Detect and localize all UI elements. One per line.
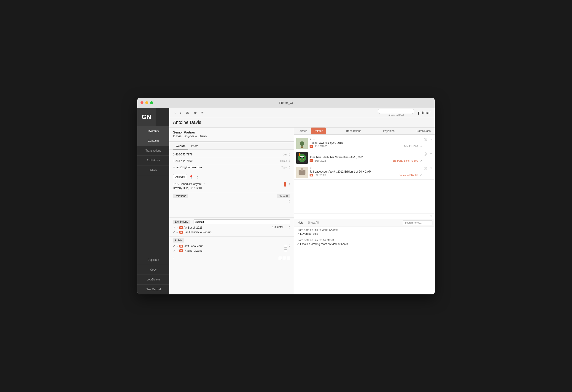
minimize-button[interactable] bbox=[145, 101, 148, 104]
list-icon-button[interactable]: ≡ bbox=[200, 110, 205, 116]
star-icon-button[interactable]: ★ bbox=[192, 110, 198, 116]
sidebar-item-copy[interactable]: Copy bbox=[137, 265, 169, 275]
add-tag-select[interactable]: Add tag bbox=[193, 219, 290, 224]
expand-all-icon[interactable]: ▼ bbox=[430, 215, 432, 218]
info-icon[interactable]: ⓘ bbox=[424, 138, 427, 142]
tab-owned[interactable]: Owned bbox=[296, 128, 310, 135]
notes-list: From note on link to work: Sandia ↗ Love… bbox=[294, 226, 435, 294]
artwork-list: ↗ → Rachel Owens Pops , 2015 N bbox=[294, 135, 435, 214]
tab-notes-docs[interactable]: Notes/Docs bbox=[414, 128, 433, 135]
relations-show-all-button[interactable]: Show All bbox=[277, 194, 290, 198]
sidebar-item-duplicate[interactable]: Duplicate bbox=[137, 255, 169, 265]
notes-tab-note[interactable]: Note bbox=[296, 221, 305, 225]
bottom-checkbox-3[interactable] bbox=[287, 257, 290, 260]
sidebar-item-contacts[interactable]: Contacts bbox=[137, 136, 169, 146]
info-icon[interactable]: ⓘ bbox=[424, 152, 427, 156]
sidebar-item-inventory[interactable]: Inventory bbox=[137, 126, 169, 136]
external-link-icon[interactable]: ↗ bbox=[173, 226, 175, 229]
artwork-date-1: 5/18/2022 bbox=[315, 159, 326, 162]
tab-related[interactable]: Related bbox=[311, 128, 326, 135]
tab-website[interactable]: Website bbox=[173, 143, 188, 150]
sidebar-item-log-delete[interactable]: Log/Delete bbox=[137, 275, 169, 285]
relations-scroll: ▲ ▼ bbox=[288, 199, 290, 215]
collapse-icon[interactable]: ▼ bbox=[430, 167, 432, 170]
expand-icon[interactable]: ↗ bbox=[420, 145, 422, 148]
external-link-icon[interactable]: ↗ bbox=[173, 231, 175, 234]
sidebar-item-new-record[interactable]: New Record bbox=[137, 285, 169, 294]
artwork-date-0: 11/28/2023 bbox=[315, 145, 327, 148]
back-button[interactable]: ‹ bbox=[173, 110, 177, 116]
scroll-down-icon[interactable]: ▼ bbox=[288, 202, 290, 203]
color-indicator bbox=[284, 182, 286, 186]
artwork-thumb-1 bbox=[296, 152, 308, 164]
record-name-bar: Antoine Davis bbox=[169, 118, 435, 128]
fullscreen-button[interactable] bbox=[150, 101, 153, 104]
address-button[interactable]: Address bbox=[173, 174, 187, 179]
scroll-down-icon[interactable]: ▼ bbox=[288, 184, 290, 186]
record-name: Antoine Davis bbox=[173, 120, 431, 125]
forward-button[interactable]: › bbox=[179, 110, 183, 116]
bottom-checkbox-1[interactable] bbox=[279, 257, 282, 260]
scroll-up-icon[interactable]: ▲ bbox=[288, 199, 290, 201]
scroll-up-icon[interactable]: ▲ bbox=[288, 225, 290, 227]
artwork-external-link-icon[interactable]: ↗ bbox=[310, 152, 312, 155]
scroll-up-icon[interactable]: ▲ bbox=[288, 166, 290, 167]
notes-tab-show-all[interactable]: Show All bbox=[307, 221, 320, 225]
sidebar-item-exhibitions[interactable]: Exhibitions bbox=[137, 156, 169, 166]
artwork-info-2: ↗ → Jeff Ladouceur Pluck , 2012 Edition … bbox=[310, 167, 422, 177]
notes-search-input[interactable] bbox=[403, 220, 432, 225]
sidebar-item-artists[interactable]: Artists bbox=[137, 166, 169, 175]
sidebar-item-transactions[interactable]: Transactions bbox=[137, 146, 169, 156]
traffic-lights bbox=[141, 101, 153, 104]
tab-photo[interactable]: Photo bbox=[188, 143, 201, 150]
expand-icon[interactable]: ↗ bbox=[420, 159, 422, 162]
scroll-up-icon[interactable]: ▲ bbox=[288, 182, 290, 184]
scroll-up-icon[interactable]: ▲ bbox=[288, 153, 290, 154]
scroll-up-icon[interactable]: ▲ bbox=[197, 175, 199, 177]
collapse-icon[interactable]: ▼ bbox=[430, 138, 432, 141]
tab-payables[interactable]: Payables bbox=[381, 128, 397, 135]
exhibition-row-0: ↗ → N Art Basel, 2023 bbox=[173, 225, 269, 230]
scroll-down-main[interactable]: ▼ bbox=[173, 257, 175, 259]
artist-name-label: Rachel Owens bbox=[310, 141, 328, 144]
bottom-checkbox-2[interactable] bbox=[283, 257, 286, 260]
sale-badge-1: 3rd Party Sale RS-500 bbox=[393, 159, 418, 162]
sidebar: GN Inventory Contacts Transactions Exhib… bbox=[137, 108, 169, 294]
contact-title: Senior Partner bbox=[173, 130, 290, 134]
artist-checkbox-0[interactable] bbox=[284, 245, 287, 248]
collapse-icon[interactable]: ▼ bbox=[430, 152, 432, 155]
scroll-down-icon[interactable]: ▼ bbox=[288, 227, 290, 229]
artwork-subtitle-0: N 11/28/2023 Sale IN-1009 ↗ bbox=[310, 145, 422, 148]
artwork-thumb-0 bbox=[296, 138, 308, 149]
external-link-icon[interactable]: ↗ bbox=[173, 245, 175, 248]
work-year-label: , 2012 Edition 1 of 50 + 2 AP bbox=[336, 170, 371, 173]
expand-icon[interactable]: ↗ bbox=[420, 174, 422, 177]
artist-name-label: Jonathan Edelhuber bbox=[310, 156, 335, 159]
scroll-down-icon[interactable]: ▼ bbox=[197, 177, 199, 179]
scroll-down-icon[interactable]: ▼ bbox=[288, 161, 290, 163]
close-button[interactable] bbox=[141, 101, 143, 104]
artwork-external-link-icon[interactable]: ↗ bbox=[310, 138, 312, 141]
artists-scroll: ▲ ▼ bbox=[288, 244, 290, 253]
sale-badge-0: Sale IN-1009 bbox=[403, 145, 418, 148]
scroll-down-icon[interactable]: ▼ bbox=[288, 167, 290, 169]
exhibition-name-1: San Franciscio Pop-up, bbox=[184, 231, 269, 234]
tab-transactions[interactable]: Transactions bbox=[343, 128, 363, 135]
search-input[interactable] bbox=[378, 109, 414, 114]
svg-rect-1 bbox=[301, 147, 303, 148]
artist-checkbox-1[interactable] bbox=[284, 249, 287, 252]
address-end-scroll: ▲ ▼ bbox=[288, 182, 290, 186]
n-badge: N bbox=[310, 159, 313, 162]
email-icon: ✉ bbox=[173, 166, 175, 169]
external-link-icon[interactable]: ↗ bbox=[173, 249, 175, 252]
email-icon-button[interactable]: ✉ bbox=[185, 110, 190, 116]
scroll-down-icon[interactable]: ▼ bbox=[288, 246, 290, 248]
header-bar: ‹ › ✉ ★ ≡ Advanced Find primer bbox=[169, 108, 435, 118]
phone2-type: Home bbox=[275, 160, 287, 162]
scroll-down-icon[interactable]: ▼ bbox=[288, 155, 290, 157]
info-icon[interactable]: ⓘ bbox=[424, 167, 427, 171]
scroll-up-icon[interactable]: ▲ bbox=[288, 244, 290, 246]
artwork-external-link-icon[interactable]: ↗ bbox=[310, 167, 312, 170]
scroll-up-icon[interactable]: ▲ bbox=[288, 159, 290, 161]
advanced-find-label[interactable]: Advanced Find bbox=[388, 114, 404, 117]
